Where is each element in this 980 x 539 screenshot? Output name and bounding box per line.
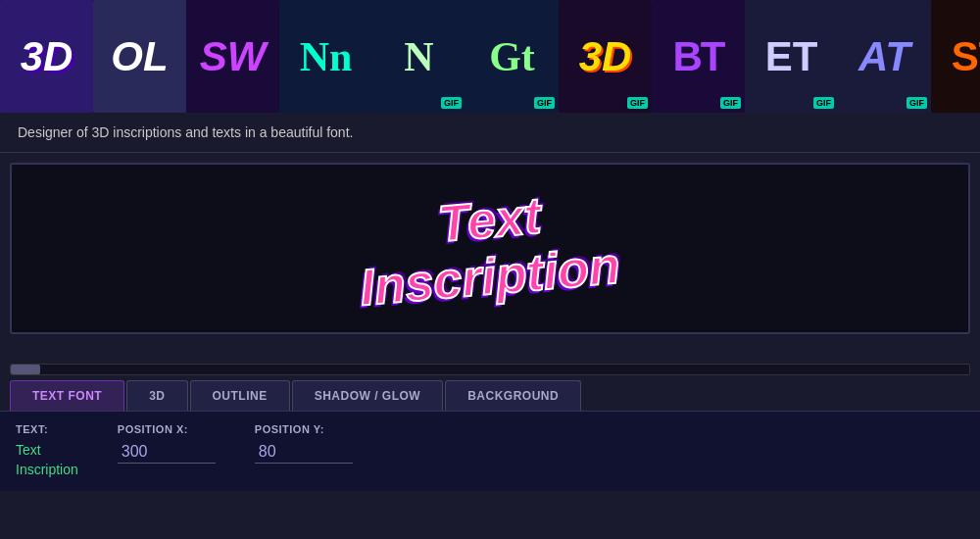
tab-shadow--glow[interactable]: SHADOW / GLOW — [292, 380, 444, 411]
gallery-item-label-9: AT — [838, 0, 931, 113]
subtitle-bar: Designer of 3D inscriptions and texts in… — [0, 113, 980, 153]
gallery-item-label-5: Gt — [466, 0, 559, 113]
gallery-item-label-8: ET — [745, 0, 838, 113]
text-prop-group: TEXT: Text Inscription — [16, 423, 78, 479]
subtitle-text: Designer of 3D inscriptions and texts in… — [18, 124, 353, 140]
tab-outline[interactable]: OUTLINE — [190, 380, 290, 411]
gallery-item-label-2: SW — [186, 0, 279, 113]
tab-3d[interactable]: 3D — [126, 380, 187, 411]
gallery-item-label-7: BT — [652, 0, 745, 113]
gallery-item-0[interactable]: 3D — [0, 0, 93, 113]
preview-text: Text Inscription — [360, 192, 620, 304]
text-value: Text Inscription — [16, 441, 78, 479]
gallery-item-9[interactable]: ATGIF — [838, 0, 931, 113]
preview-line2: Inscription — [358, 237, 622, 316]
gallery-item-2[interactable]: SW — [186, 0, 279, 113]
position-y-label: POSITION Y: — [255, 423, 353, 435]
gif-badge-4: GIF — [441, 97, 462, 109]
scrollbar-thumb[interactable] — [11, 365, 40, 374]
position-y-input[interactable] — [255, 441, 353, 464]
gallery-item-label-0: 3D — [0, 0, 93, 113]
tabs-bar: TEXT FONT3DOUTLINESHADOW / GLOWBACKGROUN… — [0, 380, 980, 411]
gallery-item-label-1: OL — [93, 0, 186, 113]
position-x-group: POSITION X: — [118, 423, 216, 464]
preview-canvas: Text Inscription — [10, 163, 970, 334]
gallery-item-10[interactable]: STGIF — [931, 0, 980, 113]
gallery-item-7[interactable]: BTGIF — [652, 0, 745, 113]
gallery-item-label-4: N — [372, 0, 466, 113]
gif-badge-8: GIF — [813, 97, 834, 109]
gif-badge-5: GIF — [534, 97, 555, 109]
position-x-input[interactable] — [118, 441, 216, 464]
gif-badge-6: GIF — [627, 97, 648, 109]
gif-badge-7: GIF — [720, 97, 741, 109]
gallery-item-3[interactable]: Nn — [279, 0, 372, 113]
position-x-label: POSITION X: — [118, 423, 216, 435]
gallery-item-5[interactable]: GtGIF — [466, 0, 559, 113]
position-y-group: POSITION Y: — [255, 423, 353, 464]
gallery-item-label-10: ST — [931, 0, 980, 113]
gallery-strip: 3DOLSWNnNGIFGtGIF3DGIFBTGIFETGIFATGIFSTG… — [0, 0, 980, 113]
gallery-item-6[interactable]: 3DGIF — [559, 0, 652, 113]
gif-badge-9: GIF — [906, 97, 927, 109]
scrollbar-area[interactable] — [10, 364, 970, 375]
gallery-item-4[interactable]: NGIF — [372, 0, 466, 113]
gallery-item-1[interactable]: OL — [93, 0, 186, 113]
gallery-item-8[interactable]: ETGIF — [745, 0, 838, 113]
text-label: TEXT: — [16, 423, 78, 435]
gallery-item-label-3: Nn — [279, 0, 372, 113]
preview-line1: Text — [436, 188, 544, 253]
properties-panel: TEXT: Text Inscription POSITION X: POSIT… — [0, 411, 980, 491]
gallery-item-label-6: 3D — [559, 0, 652, 113]
tab-background[interactable]: BACKGROUND — [445, 380, 581, 411]
main-area: Text Inscription — [0, 153, 980, 359]
tab-text-font[interactable]: TEXT FONT — [10, 380, 124, 411]
text-line2: Inscription — [16, 461, 78, 480]
text-line1: Text — [16, 441, 78, 461]
